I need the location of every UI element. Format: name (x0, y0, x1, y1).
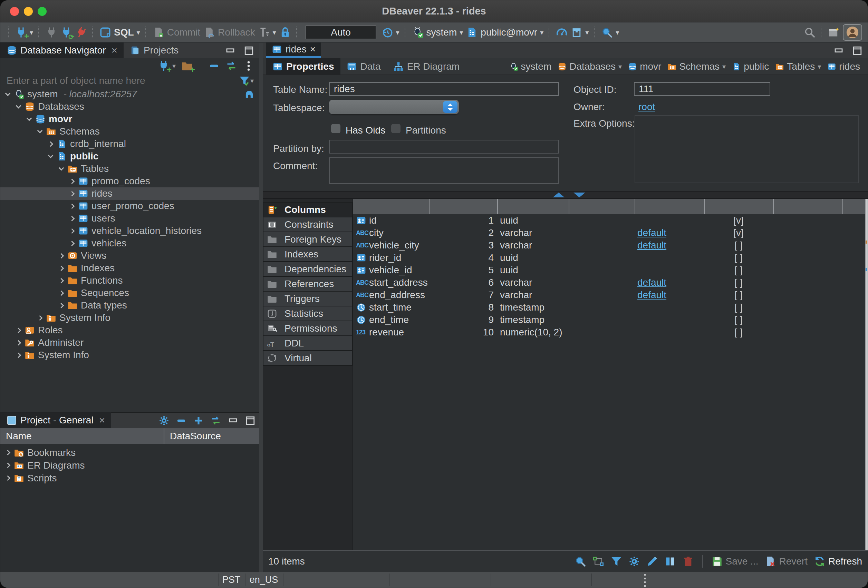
overview-ruler[interactable] (865, 199, 868, 550)
tree-item[interactable]: Sequences (0, 287, 259, 299)
chevron-icon[interactable] (69, 191, 75, 196)
editor-tab-rides[interactable]: rides × (266, 43, 321, 58)
tree-item[interactable]: Data types (0, 299, 259, 312)
tree-item[interactable]: system - localhost:26257 (0, 88, 259, 100)
tree-item[interactable]: vehicle_location_histories (0, 225, 259, 237)
tree-item[interactable]: vehicles (0, 237, 259, 249)
chevron-icon[interactable] (5, 450, 11, 455)
find-icon[interactable] (574, 556, 586, 567)
maximize-panel-icon[interactable] (852, 45, 863, 56)
object-filter-input[interactable] (6, 75, 239, 87)
partition-by-field[interactable] (329, 140, 559, 153)
transaction-log-button[interactable]: ▾ (381, 27, 400, 38)
table-row[interactable]: vehicle_id 5 uuid [ ] (353, 264, 868, 276)
tree-item[interactable]: Functions (0, 274, 259, 287)
comment-field[interactable] (329, 157, 559, 184)
table-row[interactable]: ABCstart_address 6 varchar default [ ] (353, 276, 868, 289)
tree-item[interactable]: Schemas (0, 125, 259, 138)
section-tab[interactable]: References (263, 276, 353, 292)
column-header-datasource[interactable]: DataSource (164, 428, 259, 444)
partitions-checkbox[interactable] (391, 124, 400, 133)
section-tab[interactable]: Statistics (263, 306, 353, 321)
tab-project-general[interactable]: Project - General × (0, 413, 111, 428)
edit-pencil-icon[interactable] (647, 556, 658, 567)
project-tree-item[interactable]: Bookmarks (0, 446, 259, 459)
tree-item[interactable]: Databases (0, 100, 259, 113)
tree-item[interactable]: public (0, 150, 259, 162)
columns-view-icon[interactable] (664, 556, 676, 567)
tree-item[interactable]: rides (0, 187, 259, 200)
tablespace-select[interactable] (329, 100, 459, 114)
tree-item[interactable]: users (0, 212, 259, 225)
collation-link[interactable]: default (637, 240, 666, 251)
delete-trash-icon[interactable] (682, 556, 694, 567)
grid-column-header[interactable] (635, 199, 704, 214)
expand-down-icon[interactable] (573, 193, 585, 197)
data-transfer-button[interactable]: ▾ (571, 27, 589, 38)
chevron-icon[interactable] (37, 128, 43, 133)
maximize-panel-icon[interactable] (245, 415, 256, 426)
column-not-null[interactable]: [ ] (704, 302, 773, 313)
table-row[interactable]: end_time 9 timestamp [ ] (353, 314, 868, 326)
search-icon[interactable] (804, 27, 815, 38)
connect-icon[interactable] (46, 27, 57, 38)
chevron-icon[interactable] (59, 265, 64, 271)
link-with-editor-icon[interactable] (210, 415, 221, 426)
chevron-icon[interactable] (48, 153, 53, 158)
section-tab[interactable]: Dependencies (263, 261, 353, 277)
column-not-null[interactable]: [ ] (704, 289, 773, 301)
timezone-indicator[interactable]: PST (218, 572, 245, 588)
maximize-panel-icon[interactable] (244, 45, 254, 56)
tree-item[interactable]: Tables (0, 162, 259, 175)
extra-options-area[interactable] (635, 115, 859, 183)
chevron-icon[interactable] (16, 327, 21, 333)
active-schema-selector[interactable]: public@movr▾ (466, 27, 543, 38)
tree-item[interactable]: user_promo_codes (0, 200, 259, 212)
chevron-icon[interactable] (59, 165, 64, 171)
expand-all-icon[interactable] (193, 415, 204, 426)
active-connection-selector[interactable]: system▾ (412, 27, 464, 38)
chevron-icon[interactable] (69, 228, 75, 234)
reconnect-icon[interactable]: ⟳ (61, 27, 72, 38)
table-row[interactable]: ABCcity 2 varchar default [v] (353, 227, 868, 239)
breadcrumb-item[interactable]: public (732, 61, 769, 72)
collation-link[interactable]: default (637, 227, 666, 239)
table-name-field[interactable]: rides (329, 82, 559, 96)
tree-item[interactable]: System Info (0, 312, 259, 324)
column-not-null[interactable]: [v] (704, 215, 773, 226)
transaction-mode-button[interactable]: ▾ (258, 27, 276, 38)
tree-item[interactable]: Views (0, 249, 259, 262)
gear-icon[interactable] (158, 415, 170, 426)
tree-item[interactable]: crdb_internal (0, 138, 259, 150)
chevron-icon[interactable] (69, 240, 75, 246)
object-id-field[interactable]: 111 (634, 82, 770, 96)
section-tab[interactable]: Virtual (263, 350, 353, 366)
table-row[interactable]: 123revenue 10 numeric(10, 2) [ ] (353, 326, 868, 339)
owner-link[interactable]: root (638, 102, 655, 112)
subtab-properties[interactable]: Properties (266, 58, 340, 75)
close-tab-icon[interactable]: × (111, 44, 117, 56)
tree-item[interactable]: Administer (0, 336, 259, 349)
refresh-button[interactable]: Refresh (814, 556, 862, 567)
project-tree-item[interactable]: ER Diagrams (0, 459, 259, 472)
collation-link[interactable]: default (637, 277, 666, 288)
grid-column-header[interactable] (353, 199, 429, 214)
chevron-icon[interactable] (59, 303, 64, 308)
collapse-all-icon[interactable] (208, 60, 220, 72)
open-perspective-icon[interactable] (828, 27, 840, 38)
locale-indicator[interactable]: en_US (245, 572, 283, 588)
chevron-icon[interactable] (48, 141, 53, 147)
minimize-panel-icon[interactable] (227, 415, 239, 426)
chevron-icon[interactable] (59, 278, 64, 283)
chevron-icon[interactable] (5, 463, 11, 468)
section-tab[interactable]: Indexes (263, 246, 353, 262)
column-not-null[interactable]: [ ] (704, 327, 773, 338)
tree-item[interactable]: System Info (0, 349, 259, 361)
table-row[interactable]: id 1 uuid [v] (353, 214, 868, 227)
collapse-all-icon[interactable] (176, 415, 187, 426)
breadcrumb-item[interactable]: Databases ▾ (558, 61, 622, 72)
close-tab-icon[interactable]: × (310, 44, 316, 55)
chevron-icon[interactable] (59, 290, 64, 296)
sql-editor-button[interactable]: SQL▾ (99, 27, 140, 38)
tree-item[interactable]: promo_codes (0, 175, 259, 187)
